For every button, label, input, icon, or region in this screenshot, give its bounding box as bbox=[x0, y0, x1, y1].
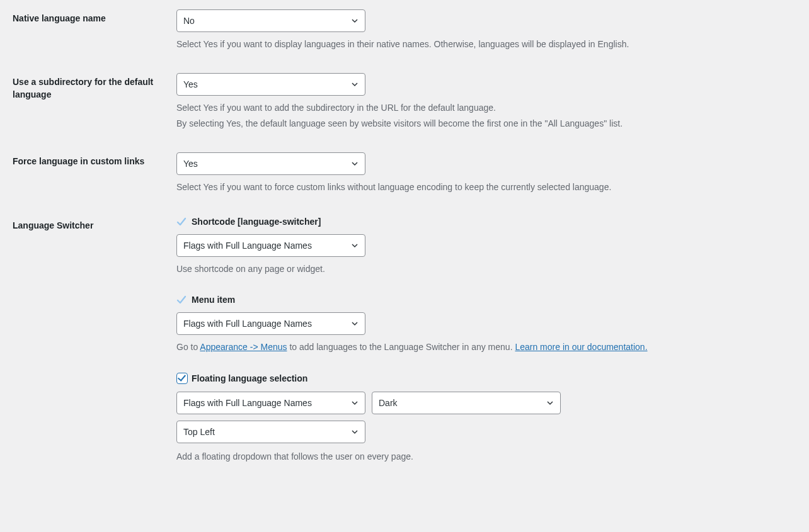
subdirectory-label: Use a subdirectory for the default langu… bbox=[13, 64, 176, 143]
documentation-link[interactable]: Learn more in our documentation. bbox=[515, 342, 647, 352]
subdirectory-description-1: Select Yes if you want to add the subdir… bbox=[176, 101, 790, 115]
language-switcher-label: Language Switcher bbox=[13, 207, 176, 477]
subdirectory-select[interactable]: Yes bbox=[176, 73, 365, 96]
native-language-name-label: Native language name bbox=[13, 0, 176, 64]
appearance-menus-link[interactable]: Appearance -> Menus bbox=[200, 342, 287, 352]
force-custom-links-label: Force language in custom links bbox=[13, 143, 176, 207]
shortcode-heading: Shortcode [language-switcher] bbox=[192, 217, 321, 227]
floating-style-select[interactable]: Flags with Full Language Names bbox=[176, 392, 365, 414]
floating-theme-select[interactable]: Dark bbox=[372, 392, 561, 414]
shortcode-style-select[interactable]: Flags with Full Language Names bbox=[176, 234, 365, 257]
check-icon bbox=[176, 217, 186, 227]
native-language-name-select[interactable]: No bbox=[176, 9, 365, 32]
menu-item-style-select[interactable]: Flags with Full Language Names bbox=[176, 312, 365, 335]
force-custom-links-select[interactable]: Yes bbox=[176, 152, 365, 175]
menu-item-heading: Menu item bbox=[192, 295, 235, 305]
check-icon bbox=[176, 295, 186, 305]
floating-description: Add a floating dropdown that follows the… bbox=[176, 450, 790, 463]
floating-checkbox[interactable] bbox=[176, 373, 188, 384]
subdirectory-description-2: By selecting Yes, the default language s… bbox=[176, 116, 790, 130]
force-custom-links-description: Select Yes if you want to force custom l… bbox=[176, 180, 790, 194]
menu-item-description: Go to Appearance -> Menus to add languag… bbox=[176, 340, 790, 354]
floating-position-select[interactable]: Top Left bbox=[176, 421, 365, 443]
floating-checkbox-label[interactable]: Floating language selection bbox=[176, 373, 790, 384]
floating-heading: Floating language selection bbox=[192, 373, 307, 383]
native-language-name-description: Select Yes if you want to display langua… bbox=[176, 37, 790, 51]
shortcode-description: Use shortcode on any page or widget. bbox=[176, 262, 790, 276]
